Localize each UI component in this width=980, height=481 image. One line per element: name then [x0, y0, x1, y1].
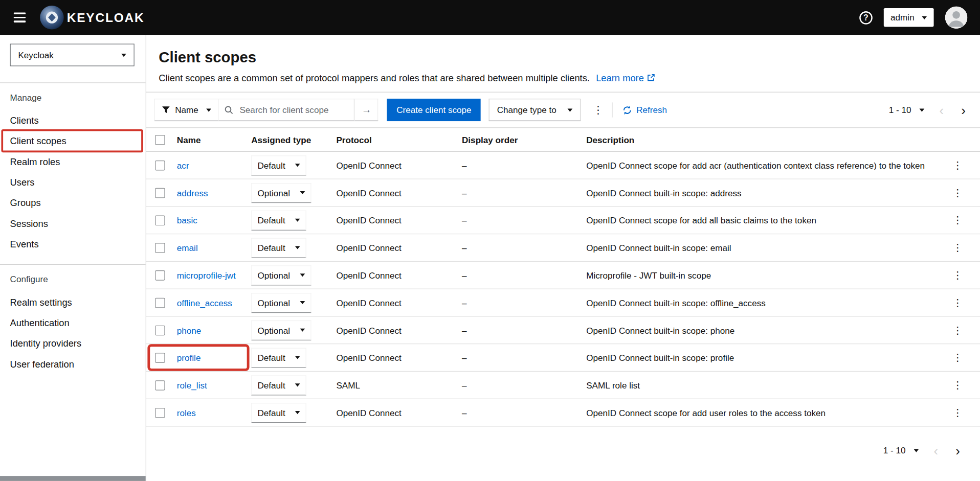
- scope-name-link[interactable]: acr: [177, 160, 189, 170]
- row-kebab-menu[interactable]: ⋮: [947, 294, 967, 311]
- scope-name-link[interactable]: roles: [177, 407, 196, 418]
- sidebar: Keycloak Manage Clients Client scopes Re…: [0, 35, 146, 480]
- select-all-checkbox[interactable]: [155, 134, 165, 145]
- user-menu-dropdown[interactable]: admin: [884, 8, 934, 27]
- description-cell: OpenID Connect built-in scope: email: [586, 243, 943, 253]
- assigned-type-value: Optional: [257, 297, 290, 308]
- assigned-type-select[interactable]: Optional: [251, 320, 311, 340]
- assigned-type-select[interactable]: Optional: [251, 265, 311, 285]
- sidebar-item-groups[interactable]: Groups: [0, 192, 146, 213]
- row-checkbox[interactable]: [155, 270, 165, 280]
- assigned-type-select[interactable]: Optional: [251, 292, 311, 312]
- description-cell: OpenID Connect scope for add all basic c…: [586, 215, 943, 225]
- row-kebab-menu[interactable]: ⋮: [947, 239, 967, 256]
- row-checkbox[interactable]: [155, 243, 165, 253]
- chevron-down-icon: [568, 108, 573, 111]
- help-icon[interactable]: ?: [859, 11, 873, 24]
- sidebar-item-users[interactable]: Users: [0, 172, 146, 192]
- assigned-type-select[interactable]: Default: [251, 210, 306, 230]
- learn-more-link[interactable]: Learn more: [596, 73, 655, 83]
- description-cell: OpenID Connect built-in scope: phone: [586, 325, 943, 335]
- row-checkbox[interactable]: [155, 215, 165, 225]
- pagination-next-button[interactable]: ›: [949, 444, 966, 457]
- app-window: KEYCLOAK ? admin Keycloak: [0, 0, 980, 481]
- avatar[interactable]: [945, 6, 968, 29]
- sidebar-item-sessions[interactable]: Sessions: [0, 213, 146, 234]
- row-checkbox[interactable]: [155, 380, 165, 391]
- scope-name-link[interactable]: address: [177, 188, 208, 198]
- row-checkbox[interactable]: [155, 353, 165, 363]
- assigned-type-select[interactable]: Default: [251, 348, 306, 368]
- sidebar-item-authentication[interactable]: Authentication: [0, 312, 146, 333]
- row-kebab-menu[interactable]: ⋮: [947, 377, 967, 394]
- scope-name-link[interactable]: role_list: [177, 380, 207, 391]
- assigned-type-select[interactable]: Default: [251, 155, 306, 175]
- table-row: address Optional OpenID Connect – OpenID…: [146, 179, 980, 207]
- row-checkbox[interactable]: [155, 325, 165, 335]
- table-body: acr Default OpenID Connect – OpenID Conn…: [146, 152, 980, 427]
- scope-name-link[interactable]: phone: [177, 325, 202, 335]
- row-kebab-menu[interactable]: ⋮: [947, 157, 967, 174]
- page-title: Client scopes: [159, 49, 967, 66]
- avatar-icon: [945, 6, 968, 29]
- row-kebab-menu[interactable]: ⋮: [947, 212, 967, 228]
- row-kebab-menu[interactable]: ⋮: [947, 349, 967, 366]
- row-kebab-menu[interactable]: ⋮: [947, 184, 967, 201]
- realm-selector[interactable]: Keycloak: [10, 44, 135, 66]
- sidebar-item-label: Identity providers: [10, 338, 82, 349]
- sidebar-scrollbar[interactable]: [0, 476, 146, 481]
- assigned-type-select[interactable]: Default: [251, 403, 306, 423]
- assigned-type-select[interactable]: Optional: [251, 182, 311, 202]
- pagination-bottom: 1 - 10 ‹ ›: [879, 440, 966, 460]
- external-link-icon: [647, 74, 655, 82]
- page-description: Client scopes are a common set of protoc…: [159, 73, 967, 83]
- row-checkbox[interactable]: [155, 188, 165, 198]
- description-cell: Microprofile - JWT built-in scope: [586, 270, 943, 280]
- row-kebab-menu[interactable]: ⋮: [947, 322, 967, 338]
- protocol-cell: OpenID Connect: [336, 188, 462, 198]
- hamburger-icon: [14, 13, 26, 14]
- pagination-prev-button[interactable]: ‹: [927, 444, 944, 457]
- create-client-scope-button[interactable]: Create client scope: [387, 99, 481, 121]
- scope-name-link[interactable]: basic: [177, 215, 197, 225]
- scope-name-link[interactable]: profile: [177, 353, 201, 363]
- description-cell: OpenID Connect scope for add user roles …: [586, 407, 943, 418]
- nav-toggle-button[interactable]: [12, 9, 27, 26]
- toolbar-kebab-menu[interactable]: ⋮: [589, 99, 607, 121]
- scope-name-link[interactable]: microprofile-jwt: [177, 270, 236, 280]
- nav-section-manage: Manage Clients Client scopes Realm roles…: [0, 93, 146, 254]
- scope-name-link[interactable]: offline_access: [177, 297, 232, 308]
- pagination-next-button[interactable]: ›: [955, 103, 972, 117]
- sidebar-item-user-federation[interactable]: User federation: [0, 354, 146, 374]
- row-checkbox[interactable]: [155, 407, 165, 418]
- scope-name-link[interactable]: email: [177, 243, 198, 253]
- sidebar-item-label: Authentication: [10, 317, 70, 328]
- filter-dropdown[interactable]: Name: [154, 99, 219, 121]
- row-kebab-menu[interactable]: ⋮: [947, 267, 967, 284]
- sidebar-item-realm-settings[interactable]: Realm settings: [0, 292, 146, 312]
- sidebar-item-clients[interactable]: Clients: [0, 110, 146, 130]
- row-checkbox[interactable]: [155, 297, 165, 308]
- refresh-button[interactable]: Refresh: [622, 105, 667, 115]
- pagination-range-dropdown[interactable]: 1 - 10: [885, 100, 928, 120]
- row-kebab-menu[interactable]: ⋮: [947, 404, 967, 421]
- change-type-dropdown[interactable]: Change type to: [489, 99, 581, 121]
- row-checkbox[interactable]: [155, 160, 165, 170]
- search-input[interactable]: [238, 104, 348, 116]
- keycloak-logo: KEYCLOAK: [39, 5, 145, 30]
- sidebar-item-events[interactable]: Events: [0, 234, 146, 254]
- pagination-range-dropdown[interactable]: 1 - 10: [879, 440, 922, 460]
- sidebar-item-client-scopes[interactable]: Client scopes: [0, 130, 146, 151]
- display-order-cell: –: [462, 297, 586, 308]
- pagination-prev-button[interactable]: ‹: [933, 103, 950, 117]
- sidebar-item-realm-roles[interactable]: Realm roles: [0, 151, 146, 172]
- table-row: basic Default OpenID Connect – OpenID Co…: [146, 207, 980, 234]
- search-submit-button[interactable]: →: [354, 99, 378, 121]
- table-row: roles Default OpenID Connect – OpenID Co…: [146, 399, 980, 427]
- chevron-right-icon: ›: [955, 443, 960, 457]
- protocol-cell: OpenID Connect: [336, 270, 462, 280]
- assigned-type-select[interactable]: Default: [251, 238, 306, 258]
- assigned-type-select[interactable]: Default: [251, 375, 306, 395]
- sidebar-item-identity-providers[interactable]: Identity providers: [0, 333, 146, 353]
- chevron-right-icon: ›: [961, 103, 966, 117]
